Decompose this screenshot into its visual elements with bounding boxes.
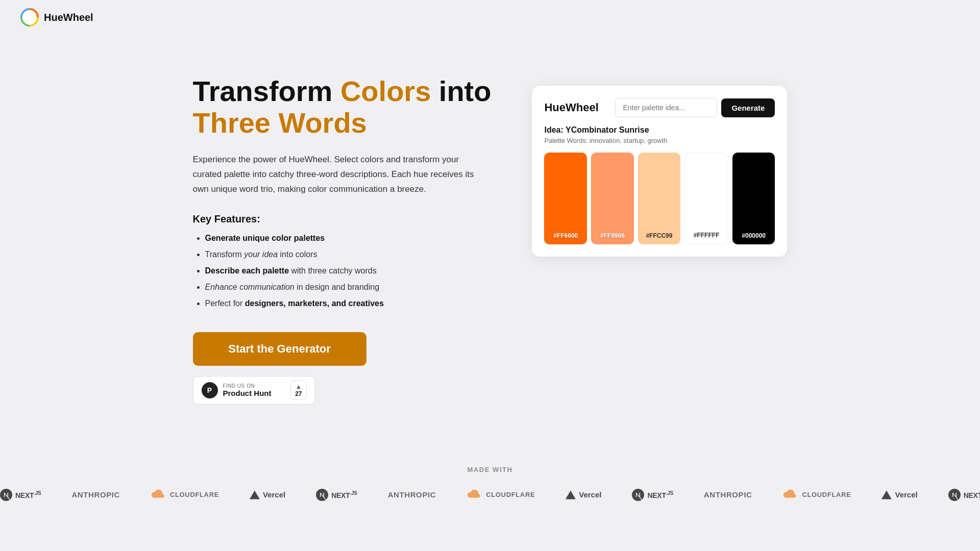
logos-strip: NEXT.JSANTHROPICCLOUDFLAREVercelNEXT.JSA… [0,484,980,508]
cloudflare-cloud-icon [782,490,799,500]
color-swatch: #FFCC99 [638,153,681,244]
made-with-section: MADE WITH NEXT.JSANTHROPICCLOUDFLAREVerc… [0,466,980,508]
ph-count: 27 [295,390,302,397]
ph-arrow-icon: ▲ [296,383,302,390]
nextjs-icon [316,489,328,501]
feature-3: Describe each palette with three catchy … [205,265,492,277]
logo-vercel: Vercel [881,490,917,499]
palette-idea-label: Idea: YCombinator Sunrise [544,126,775,135]
logo-vercel: Vercel [566,490,601,499]
cloudflare-cloud-icon [467,490,483,500]
logo-vercel: Vercel [250,490,285,499]
right-column: HueWheel Generate Idea: YCombinator Sunr… [532,86,787,257]
key-features-title: Key Features: [193,213,492,225]
logo-anthropic: ANTHROPIC [71,490,120,499]
logo-next-js: NEXT.JS [632,489,673,501]
swatch-label: #FF9966 [600,232,625,239]
svg-point-1 [26,14,33,21]
swatch-label: #FFFFFF [694,232,720,239]
feature-1: Generate unique color palettes [205,232,492,244]
product-hunt-badge[interactable]: P FIND US ON Product Hunt ▲ 27 [193,376,315,405]
color-swatch: #000000 [732,153,775,244]
logo-cloudflare: CLOUDFLARE [467,490,535,500]
palette-idea-input[interactable] [615,98,717,117]
palette-card: HueWheel Generate Idea: YCombinator Sunr… [532,86,787,257]
logo-cloudflare: CLOUDFLARE [151,490,219,500]
vercel-icon [250,490,260,499]
cloudflare-cloud-icon [151,490,167,500]
app-title: HueWheel [44,12,93,23]
color-swatches: #FF6600#FF9966#FFCC99#FFFFFF#000000 [544,153,775,244]
feature-4: Enhance communication in design and bran… [205,281,492,293]
color-swatch: #FFFFFF [684,153,728,244]
made-with-label: MADE WITH [0,466,980,473]
logo-next-js: NEXT.JS [0,489,41,501]
vercel-icon [881,490,892,499]
main-content: Transform Colors into Three Words Experi… [0,35,980,435]
huewheel-logo-icon [20,8,39,27]
ph-upvote-button[interactable]: ▲ 27 [290,381,306,400]
logos-inner: NEXT.JSANTHROPICCLOUDFLAREVercelNEXT.JSA… [0,489,980,501]
vercel-icon [566,490,576,499]
card-controls: Generate [615,98,775,117]
headline: Transform Colors into Three Words [193,76,492,138]
start-generator-button[interactable]: Start the Generator [193,332,366,366]
logo-cloudflare: CLOUDFLARE [782,490,851,500]
ph-logo-icon: P [202,382,218,398]
features-list: Generate unique color palettes Transform… [193,232,492,310]
nextjs-icon [948,489,961,501]
palette-words: Palette Words: innovation, startup, grow… [544,137,775,144]
swatch-label: #000000 [742,232,766,239]
logo-next-js: NEXT.JS [316,489,357,501]
hero-description: Experience the power of HueWheel. Select… [193,153,479,197]
left-column: Transform Colors into Three Words Experi… [193,76,492,405]
generate-button[interactable]: Generate [721,98,775,117]
logo-anthropic: ANTHROPIC [704,490,752,499]
color-swatch: #FF6600 [544,153,587,244]
card-title: HueWheel [544,101,598,114]
ph-product-hunt-label: Product Hunt [223,389,286,397]
logo-next-js: NEXT.JS [948,489,980,501]
ph-find-us-label: FIND US ON [223,383,286,389]
headline-part2: into [431,75,491,107]
card-header: HueWheel Generate [544,98,775,117]
logo-anthropic: ANTHROPIC [388,490,436,499]
headline-line2: Three Words [193,107,367,139]
nextjs-icon [632,489,644,501]
color-swatch: #FF9966 [591,153,634,244]
header: HueWheel [0,0,980,35]
feature-2: Transform your idea into colors [205,248,492,261]
swatch-label: #FF6600 [553,232,578,239]
feature-5: Perfect for designers, marketers, and cr… [205,297,492,310]
swatch-label: #FFCC99 [646,232,672,239]
headline-part1: Transform [193,75,340,107]
ph-text-block: FIND US ON Product Hunt [223,383,286,397]
nextjs-icon [0,489,12,501]
headline-colored: Colors [340,75,431,107]
